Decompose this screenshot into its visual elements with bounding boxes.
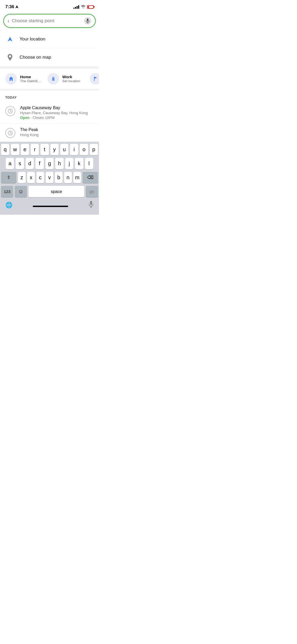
location-arrow-icon — [15, 5, 18, 8]
apple-name: Apple Causeway Bay — [20, 105, 88, 110]
saved-places-row: Home The Oakhill,... Work Set location G… — [0, 69, 99, 89]
key-j[interactable]: j — [65, 158, 73, 169]
key-r[interactable]: r — [31, 144, 39, 155]
key-c[interactable]: c — [36, 172, 44, 183]
saved-place-work[interactable]: Work Set location — [48, 73, 90, 85]
svg-marker-0 — [15, 5, 18, 8]
kb-row-1: q w e r t y u i o p — [1, 144, 98, 155]
work-icon-wrap — [48, 73, 59, 85]
key-i[interactable]: i — [70, 144, 78, 155]
work-icon — [51, 76, 56, 81]
status-icons — [73, 5, 94, 9]
numbers-key[interactable]: 123 — [1, 186, 13, 197]
key-m[interactable]: m — [73, 172, 81, 183]
space-key[interactable]: space — [29, 186, 84, 197]
your-location-label: Your location — [20, 36, 45, 42]
key-y[interactable]: y — [50, 144, 59, 155]
svg-point-5 — [9, 55, 11, 57]
key-x[interactable]: x — [27, 172, 35, 183]
key-h[interactable]: h — [55, 158, 63, 169]
status-bar: 7:36 — [0, 0, 99, 12]
search-input[interactable] — [12, 18, 81, 24]
key-e[interactable]: e — [21, 144, 29, 155]
battery-icon — [87, 5, 94, 9]
globe-icon[interactable]: 🌐 — [5, 202, 12, 209]
key-l[interactable]: l — [85, 158, 93, 169]
recent-item-apple[interactable]: Apple Causeway Bay Hysan Place, Causeway… — [0, 102, 99, 124]
home-indicator — [33, 206, 68, 207]
svg-line-14 — [10, 133, 11, 134]
today-label: TODAY — [5, 96, 17, 99]
delete-key[interactable]: ⌫ — [83, 172, 98, 183]
key-q[interactable]: q — [1, 144, 9, 155]
svg-line-11 — [10, 111, 11, 112]
clock-icon-peak — [5, 128, 15, 138]
home-label: Home — [20, 75, 41, 79]
key-k[interactable]: k — [75, 158, 83, 169]
home-sub: The Oakhill,... — [20, 79, 41, 83]
kb-row-2: a s d f g h j k l — [1, 158, 98, 169]
saved-place-gym[interactable]: Gym 805 — [90, 73, 99, 85]
key-a[interactable]: a — [6, 158, 14, 169]
kb-row-3: ⇧ z x c v b n m ⌫ — [1, 172, 98, 183]
shift-key[interactable]: ⇧ — [1, 172, 16, 183]
map-pin-icon — [5, 53, 15, 62]
peak-sub: Hong Kong — [20, 133, 39, 137]
key-t[interactable]: t — [40, 144, 49, 155]
svg-marker-4 — [8, 37, 12, 42]
wifi-icon — [81, 5, 86, 9]
time-text: 7:36 — [5, 4, 14, 10]
search-bar[interactable]: ‹ — [3, 14, 96, 28]
work-label: Work — [62, 75, 80, 79]
apple-open-text: Open — [20, 116, 30, 120]
kb-row-4: 123 ☺ space go — [1, 186, 98, 197]
home-icon — [8, 76, 14, 81]
svg-rect-1 — [87, 19, 88, 21]
recent-item-peak[interactable]: The Peak Hong Kong — [0, 124, 99, 142]
key-w[interactable]: w — [11, 144, 19, 155]
flag-icon — [93, 76, 98, 81]
key-s[interactable]: s — [16, 158, 24, 169]
go-key[interactable]: go — [86, 186, 98, 197]
key-z[interactable]: z — [18, 172, 26, 183]
peak-name: The Peak — [20, 127, 39, 132]
apple-sub: Hysan Place, Causeway Bay, Hong Kong — [20, 111, 88, 115]
key-v[interactable]: v — [46, 172, 53, 183]
signal-icon — [73, 5, 79, 9]
choose-on-map-item[interactable]: Choose on map — [0, 48, 99, 67]
key-g[interactable]: g — [45, 158, 54, 169]
mic-button[interactable] — [84, 17, 91, 25]
keyboard: q w e r t y u i o p a s d f g h j k l ⇧ … — [0, 142, 99, 215]
status-time: 7:36 — [5, 4, 18, 10]
key-n[interactable]: n — [64, 172, 72, 183]
work-sub: Set location — [62, 79, 80, 83]
clock-icon-apple — [5, 106, 15, 116]
kb-bottom: 🌐 — [1, 200, 98, 214]
search-container: ‹ — [0, 12, 99, 30]
today-section-header: TODAY — [0, 91, 99, 102]
apple-status: Open · Closes 10PM — [20, 116, 88, 120]
key-u[interactable]: u — [60, 144, 68, 155]
home-icon-wrap — [5, 73, 17, 85]
keyboard-mic-icon[interactable] — [88, 201, 94, 209]
key-p[interactable]: p — [90, 144, 98, 155]
back-button[interactable]: ‹ — [8, 18, 9, 24]
your-location-item[interactable]: Your location — [0, 30, 99, 48]
key-d[interactable]: d — [26, 158, 34, 169]
svg-rect-7 — [53, 79, 54, 80]
section-divider — [0, 67, 99, 69]
key-b[interactable]: b — [55, 172, 63, 183]
nav-arrow-icon — [5, 34, 15, 44]
key-o[interactable]: o — [80, 144, 88, 155]
saved-place-home[interactable]: Home The Oakhill,... — [5, 73, 48, 85]
choose-on-map-label: Choose on map — [20, 55, 51, 60]
svg-rect-15 — [90, 201, 92, 205]
apple-closes-text: · Closes 10PM — [30, 116, 55, 120]
emoji-key[interactable]: ☺ — [15, 186, 27, 197]
key-f[interactable]: f — [35, 158, 44, 169]
gym-icon-wrap — [90, 73, 99, 85]
